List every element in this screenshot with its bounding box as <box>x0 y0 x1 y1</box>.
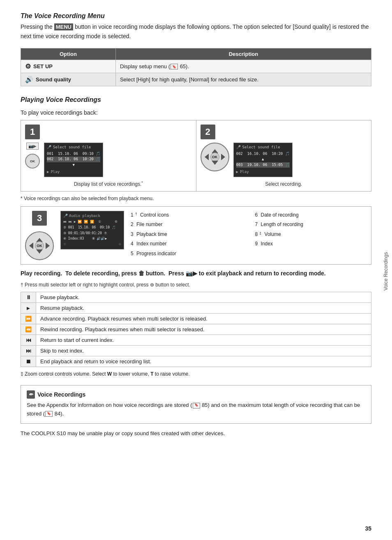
play-icon-step1: ▶ <box>47 169 49 175</box>
step1-screen-title: 🎤 Select sound file <box>47 145 100 150</box>
playing-subtitle: To play voice recordings back: <box>21 109 371 116</box>
option-label-setup: SET UP <box>33 63 53 69</box>
step1-caption: Display list of voice recordings.* <box>25 180 192 187</box>
ref-icon-84 <box>45 411 53 417</box>
voice-recording-menu-section: The Voice Recording Menu Pressing the ME… <box>21 12 371 86</box>
nav-down-arrow <box>212 161 218 165</box>
control-item-4: 4 Index number <box>131 240 243 249</box>
step3-right: 1† Control icons 6 Date of recording 2 F… <box>131 211 367 258</box>
footnote-double: ‡ Zoom control controls volume. Select W… <box>21 371 371 377</box>
section-title-playing: Playing Voice Recordings <box>21 96 371 104</box>
step1-row1: 001 15.10. 06 09:10 🎵 <box>47 151 100 157</box>
label-skip-next: Skip to next index. <box>36 346 371 356</box>
option-cell-setup: ⚙ SET UP <box>25 62 111 70</box>
table-row: 🔊 Sound quality Select [High] for high q… <box>21 73 371 86</box>
indicator-5: ⑤ <box>63 242 66 247</box>
step-3-number: 3 <box>32 211 47 226</box>
audio-icon: 🎤 <box>63 213 68 219</box>
table-row: ⏸ Pause playback. <box>21 292 371 303</box>
control-item-2: 2 File number <box>131 220 243 229</box>
footnote-dagger: † Press multi selector left or right to … <box>21 282 371 288</box>
step1-screen: 🎤 Select sound file 001 15.10. 06 09:10 … <box>44 143 103 177</box>
note-pencil-icon: ✏ <box>27 390 35 399</box>
page-number: 35 <box>365 525 371 532</box>
options-table: Option Description ⚙ SET UP Display setu… <box>21 48 371 86</box>
step3-row5: ⑤ ⑨ <box>63 242 121 247</box>
option-label-quality: Sound quality <box>36 76 71 83</box>
nav-down-3 <box>36 249 43 254</box>
mic-icon-2: 🎤 <box>236 145 241 150</box>
table-row: ⏭ Skip to next index. <box>21 346 371 356</box>
step1-row2: 002 16.10. 06 10:20 🎵 <box>47 157 100 162</box>
steps-row-1-2: 1 📷▶ OK 🎤 Select sound file 001 15. <box>21 120 371 192</box>
icon-stop: ⏹ <box>21 356 36 367</box>
nav-controller-step3: OK <box>25 231 54 260</box>
icon-rewind: ⏪ <box>21 324 36 335</box>
icon-advance: ⏩ <box>21 314 36 324</box>
step2-row3: 003 19.10. 06 15:05 🎵 <box>236 162 290 168</box>
step3-screen-title: 🎤 Audio playback <box>63 213 121 219</box>
nav-left-3 <box>29 242 33 249</box>
control-item-3: 3 Playback time <box>131 230 243 239</box>
step3-middle: 🎤 Audio playback ⏮ ⏭ ▶ ⏩ ⏪ ⏫ ① ⑥ ② 001 1… <box>60 211 124 249</box>
label-rewind: Rewind recording. Playback resumes when … <box>36 324 371 335</box>
ok-circle-step1: OK <box>25 154 40 168</box>
step-2-content: OK 🎤 Select sound file 002 16.10. 06 10:… <box>201 143 367 178</box>
step2-row1: 002 16.10. 06 10:20 🎵 <box>236 151 290 157</box>
nav-right-3 <box>46 242 50 249</box>
control-icons-table: ⏸ Pause playback. ▶ Resume playback. ⏩ A… <box>21 292 371 367</box>
section-title-voice-menu: The Voice Recording Menu <box>21 12 371 20</box>
step3-row4: ④ Index:03 ⑧ 🔊🔊▶ <box>63 236 121 242</box>
control-item-6: 6 Date of recording <box>255 211 367 220</box>
play-mode-icon: 📷▶ <box>26 143 39 150</box>
menu-word: MENU <box>54 23 73 30</box>
nav-center-row: OK <box>205 152 225 162</box>
step-1-content: 📷▶ OK 🎤 Select sound file 001 15.10. 06 … <box>25 143 192 177</box>
nav-ok-3[interactable]: OK <box>35 241 44 250</box>
mic-icon: 🎤 <box>47 145 51 150</box>
step3-left: 3 OK <box>25 211 54 260</box>
play-icon-step2: ▶ <box>236 169 238 175</box>
control-item-5: 5 Progress indicator <box>131 249 243 258</box>
play-description: Play recording. To delete recording, pre… <box>21 269 371 278</box>
t-label: T <box>150 371 153 377</box>
step-3-box: 3 OK 🎤 Audio playback ⏮ ⏭ ▶ ⏩ ⏪ ⏫ ① ⑥ ② … <box>21 206 371 265</box>
label-advance: Advance recording. Playback resumes when… <box>36 314 371 324</box>
icon-play: ▶ <box>21 303 36 314</box>
step-1-number: 1 <box>25 125 40 139</box>
label-play: Resume playback. <box>36 303 371 314</box>
nav-controller-step2: OK <box>201 143 229 171</box>
step2-screen-title: 🎤 Select sound file <box>236 145 290 150</box>
step3-row3: ③ 00:01:10/00:01:20 ⑦ <box>63 231 121 236</box>
intro-text: Pressing the MENU button in voice record… <box>21 22 371 41</box>
step2-row2: ▲ <box>236 157 290 162</box>
playing-voice-section: Playing Voice Recordings To play voice r… <box>21 96 371 377</box>
step3-controls-row: ⏮ ⏭ ▶ ⏩ ⏪ ⏫ ① ⑥ <box>63 219 121 225</box>
step2-caption: Select recording. <box>201 181 367 187</box>
nav-ok-btn[interactable]: OK <box>210 152 219 162</box>
step1-row3: ▼ <box>47 162 100 168</box>
ref-icon-65 <box>171 64 178 69</box>
option-cell-quality: 🔊 Sound quality <box>25 76 111 83</box>
table-row: ⏩ Advance recording. Playback resumes wh… <box>21 314 371 324</box>
step3-screen: 🎤 Audio playback ⏮ ⏭ ▶ ⏩ ⏪ ⏫ ① ⑥ ② 001 1… <box>60 211 124 249</box>
w-label: W <box>107 371 112 377</box>
note-title-text: Voice Recordings <box>37 391 85 398</box>
col-option: Option <box>21 48 116 60</box>
table-row: ⏹ End playback and return to voice recor… <box>21 356 371 367</box>
control-item-7: 7 Length of recording <box>255 220 367 229</box>
nav-left-arrow <box>205 154 209 160</box>
step1-sup: * <box>141 180 143 185</box>
table-row: ⏮ Return to start of current index. <box>21 335 371 346</box>
col-description: Description <box>115 48 371 60</box>
table-row: ⚙ SET UP Display setup menu ( 65). <box>21 60 371 73</box>
icon-return-start: ⏮ <box>21 335 36 346</box>
label-stop: End playback and return to voice recordi… <box>36 356 371 367</box>
icon-skip-next: ⏭ <box>21 346 36 356</box>
step1-icons: 📷▶ <box>26 143 39 150</box>
nav-center-3: OK <box>29 241 50 250</box>
setup-icon: ⚙ <box>25 62 31 70</box>
ref-icon-85 <box>193 403 200 408</box>
note-title: ✏ Voice Recordings <box>27 390 365 399</box>
table-row: ▶ Resume playback. <box>21 303 371 314</box>
